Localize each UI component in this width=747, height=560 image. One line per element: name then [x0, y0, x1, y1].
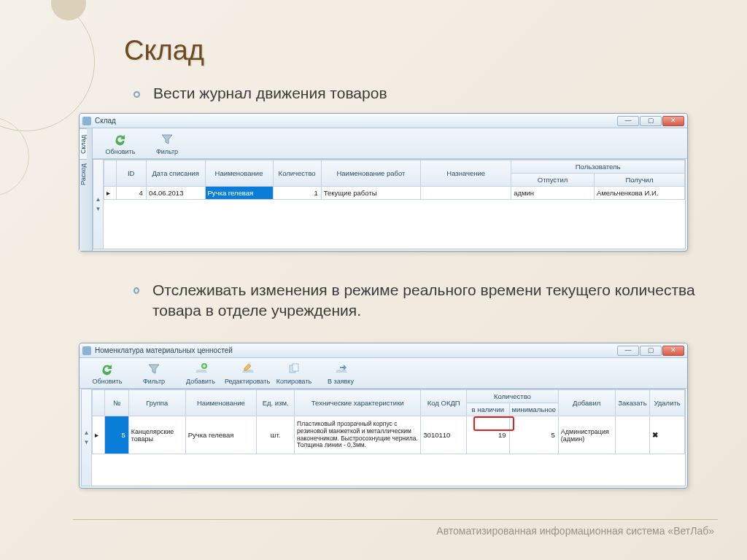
titlebar[interactable]: Номенклатура материальных ценностей — ▢ … — [80, 343, 687, 358]
cell-added[interactable]: Администрация (админ) — [558, 416, 615, 454]
col-order[interactable]: Заказать — [615, 390, 650, 416]
vtab-warehouse[interactable]: Склад — [80, 128, 87, 159]
vtab-expense[interactable]: Расход — [80, 159, 87, 190]
cell-okdp[interactable]: 3010110 — [421, 416, 467, 454]
col-delete[interactable]: Удалить — [650, 390, 685, 416]
minimize-button[interactable]: — — [617, 116, 639, 126]
col-work[interactable]: Наименование работ — [321, 160, 420, 187]
add-icon — [193, 362, 209, 376]
table-row[interactable]: ▸ 4 04.06.2013 Ручка гелевая 1 Текущие р… — [104, 187, 685, 200]
list-icon — [82, 346, 91, 355]
vertical-tabs: Склад Расход — [80, 128, 93, 251]
col-added[interactable]: Добавил — [558, 390, 615, 416]
cell-group[interactable]: Канцелярские товары — [128, 416, 185, 454]
maximize-button[interactable]: ▢ — [640, 116, 662, 126]
toolbar: Обновить Фильтр Добавить Редактировать К… — [80, 358, 687, 389]
request-button[interactable]: В заявку — [317, 359, 364, 387]
col-purpose[interactable]: Назначение — [421, 160, 511, 187]
close-button[interactable]: ✕ — [662, 116, 684, 126]
grid-area: ▲▼ № Группа Наименование Ед. изм. Технич… — [81, 389, 686, 486]
divider — [73, 519, 718, 520]
col-okdp[interactable]: Код ОКДП — [421, 390, 467, 416]
col-unit[interactable]: Ед. изм. — [257, 390, 295, 416]
refresh-icon — [112, 132, 128, 147]
warehouse-window: Склад — ▢ ✕ Склад Расход Обновить Фильтр… — [79, 113, 688, 252]
bullet-2: Отслеживать изменения в режиме реального… — [133, 280, 747, 322]
col-qty[interactable]: Количество — [273, 160, 321, 187]
maximize-button[interactable]: ▢ — [640, 346, 662, 356]
nomenclature-window: Номенклатура материальных ценностей — ▢ … — [79, 343, 688, 489]
cell-tech[interactable]: Пластиковый прозрачный корпус с резиново… — [295, 416, 421, 454]
copy-icon — [286, 362, 302, 376]
close-button[interactable]: ✕ — [662, 346, 684, 356]
cart-icon — [82, 117, 91, 125]
col-name[interactable]: Наименование — [205, 160, 273, 187]
grid-area: ▲▼ ID Дата списания Наименование Количес… — [93, 159, 686, 249]
expense-grid[interactable]: ID Дата списания Наименование Количество… — [104, 160, 685, 200]
request-icon — [333, 362, 349, 376]
col-no[interactable]: № — [105, 390, 128, 416]
bullet-1: Вести журнал движения товаров — [133, 85, 387, 102]
cell-min[interactable]: 5 — [509, 416, 558, 454]
minimize-button[interactable]: — — [617, 346, 639, 356]
col-qty-group[interactable]: Количество — [467, 390, 559, 403]
svg-rect-2 — [293, 364, 298, 371]
cell-instock[interactable]: 19 — [467, 416, 509, 454]
row-indicator-icon: ▸ — [104, 187, 117, 200]
table-row[interactable]: ▸ 5 Канцелярские товары Ручка гелевая шт… — [93, 416, 685, 454]
cell-order[interactable] — [615, 416, 650, 454]
cell-id[interactable]: 4 — [116, 187, 146, 200]
filter-button[interactable]: Фильтр — [131, 359, 177, 387]
cell-name[interactable]: Ручка гелевая — [185, 416, 256, 454]
refresh-button[interactable]: Обновить — [97, 130, 144, 158]
filter-icon — [159, 132, 175, 147]
record-navigator[interactable]: ▲▼ — [82, 389, 92, 486]
footer-text: Автоматизированная информационная систем… — [436, 525, 714, 537]
filter-button[interactable]: Фильтр — [144, 130, 190, 158]
slide-title: Склад — [124, 35, 204, 66]
col-id[interactable]: ID — [116, 160, 146, 187]
nomenclature-grid[interactable]: № Группа Наименование Ед. изм. Техническ… — [92, 389, 685, 454]
col-min[interactable]: минимальное — [509, 403, 558, 416]
col-sent[interactable]: Отпустил — [511, 174, 595, 187]
cell-name[interactable]: Ручка гелевая — [205, 187, 273, 200]
add-button[interactable]: Добавить — [177, 359, 224, 387]
copy-button[interactable]: Копировать — [271, 359, 317, 387]
refresh-icon — [99, 362, 115, 376]
col-date[interactable]: Дата списания — [146, 160, 205, 187]
edit-icon — [239, 362, 255, 376]
cell-purpose[interactable] — [421, 187, 511, 200]
bullet-dot-icon — [133, 287, 139, 294]
col-user-group[interactable]: Пользователь — [511, 160, 685, 174]
cell-recv[interactable]: Амельченкова И.И. — [594, 187, 684, 200]
col-recv[interactable]: Получил — [594, 174, 684, 187]
col-instock[interactable]: в наличии — [467, 403, 509, 416]
filter-icon — [146, 362, 162, 376]
refresh-button[interactable]: Обновить — [84, 359, 131, 387]
record-navigator[interactable]: ▲▼ — [93, 160, 104, 249]
col-tech[interactable]: Технические характеристики — [295, 390, 421, 416]
delete-row-button[interactable]: ✖ — [650, 416, 685, 454]
titlebar[interactable]: Склад — ▢ ✕ — [80, 114, 687, 128]
row-indicator-icon: ▸ — [93, 416, 105, 454]
cell-work[interactable]: Текущие работы — [321, 187, 420, 200]
col-group[interactable]: Группа — [128, 390, 185, 416]
cell-no[interactable]: 5 — [105, 416, 128, 454]
toolbar: Обновить Фильтр — [93, 128, 687, 159]
cell-unit[interactable]: шт. — [257, 416, 295, 454]
cell-date[interactable]: 04.06.2013 — [146, 187, 205, 200]
cell-sent[interactable]: админ — [511, 187, 595, 200]
window-title: Склад — [95, 117, 116, 125]
col-name[interactable]: Наименование — [185, 390, 256, 416]
bullet-dot-icon — [133, 91, 140, 98]
edit-button[interactable]: Редактировать — [224, 359, 271, 387]
cell-qty[interactable]: 1 — [273, 187, 321, 200]
window-title: Номенклатура материальных ценностей — [95, 346, 233, 354]
